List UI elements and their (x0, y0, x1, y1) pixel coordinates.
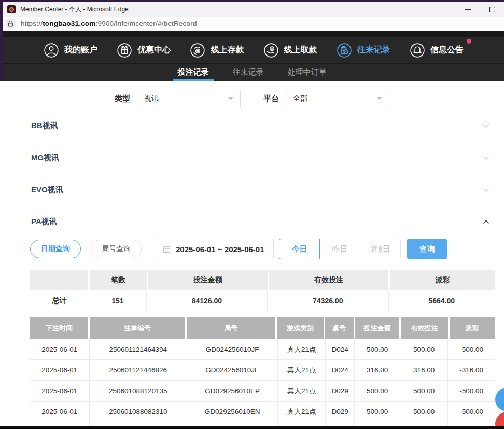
round-query-button[interactable]: 局号查询 (91, 240, 142, 258)
table-header-cell: 桌号 (325, 317, 354, 339)
nav-item-promotions[interactable]: 优惠中心 (117, 43, 171, 58)
type-select[interactable]: 视讯 (137, 89, 241, 108)
last8days-button[interactable]: 近8日 (360, 239, 401, 259)
nav-item-label: 线上存款 (211, 45, 244, 56)
date-range-value: 2025-06-01 ~ 2025-06-01 (176, 245, 264, 254)
quick-range-group: 今日 昨日 近8日 (279, 239, 401, 259)
user-icon (44, 43, 59, 58)
cell-payout: -500.00 (448, 381, 495, 401)
cell-game-type: 真人21点 (278, 402, 325, 422)
site-favicon (7, 5, 16, 13)
platform-label: 平台 (263, 94, 279, 104)
summary-cell: 74326.00 (268, 290, 389, 311)
summary-cell: 84126.00 (147, 290, 268, 311)
main-navigation: 我的账户 优惠中心 线上存款 线上取款 往来记录 信息公告 (0, 37, 504, 63)
cell-valid-bet: 500.00 (400, 339, 448, 359)
cell-bet-id: 250601121464394 (90, 339, 187, 359)
today-button[interactable]: 今日 (279, 239, 320, 259)
nav-item-announcements[interactable]: 信息公告 (410, 43, 464, 58)
cell-game-type: 真人21点 (278, 339, 325, 359)
minimize-button[interactable] (456, 2, 480, 17)
filter-platform: 平台 全部 (263, 89, 389, 108)
section-title: EVO视讯 (31, 185, 63, 195)
yesterday-button[interactable]: 昨日 (319, 239, 360, 259)
section-title: PA视讯 (31, 217, 57, 227)
section-pa[interactable]: PA视讯 (31, 206, 491, 237)
cell-game-type: 真人21点 (278, 360, 325, 380)
tab-bet-record[interactable]: 投注记录 (176, 64, 211, 81)
summary-cell: 5664.00 (389, 290, 495, 311)
cell-bet-amount: 500.00 (355, 381, 400, 401)
filter-row: 类型 视讯 平台 全部 (0, 88, 504, 109)
url-path: :9900/infe/mcenter/#/betRecord (96, 20, 197, 27)
tab-label: 投注记录 (178, 67, 209, 77)
search-button[interactable]: 查询 (407, 239, 447, 259)
summary-cell: 总计 (30, 290, 89, 311)
provider-sections: BB视讯 MG视讯 EVO视讯 PA视讯 日期查询 局号查询 (31, 110, 491, 259)
type-select-value: 视讯 (144, 94, 159, 103)
cell-bet-time: 2025-06-01 (30, 402, 90, 422)
cell-round-id: GD024256010JE (187, 360, 278, 380)
nav-item-label: 线上取款 (284, 45, 317, 56)
notification-dot (467, 39, 471, 44)
type-label: 类型 (115, 94, 130, 104)
summary-table: 笔数 投注金额 有效投注 派彩 总计 151 84126.00 74326.00… (30, 270, 495, 311)
summary-header-cell: 投注金额 (148, 270, 268, 290)
tab-transaction-record[interactable]: 往来记录 (231, 64, 265, 81)
summary-header-cell: 派彩 (390, 270, 495, 290)
cell-round-id: GD029256010EP (187, 381, 278, 401)
table-row: 2025-06-01 250601088120135 GD029256010EP… (30, 381, 495, 402)
withdraw-icon (263, 43, 279, 58)
summary-header-cell (30, 270, 88, 290)
chevron-down-icon (482, 121, 491, 130)
section-mg[interactable]: MG视讯 (31, 142, 491, 174)
calendar-icon (163, 245, 171, 253)
section-bb[interactable]: BB视讯 (31, 110, 491, 142)
cell-valid-bet: 316.00 (400, 360, 448, 380)
maximize-button[interactable] (480, 2, 504, 17)
nav-item-label: 优惠中心 (137, 45, 171, 56)
cell-valid-bet: 500.00 (400, 402, 448, 422)
cell-game-type: 真人21点 (278, 381, 325, 401)
nav-item-my-account[interactable]: 我的账户 (44, 43, 97, 58)
section-title: BB视讯 (31, 121, 58, 131)
cell-bet-id: 250601088120135 (90, 381, 187, 401)
url-text[interactable]: https://tongbao31.com:9900/infe/mcenter/… (21, 20, 197, 27)
lock-icon[interactable] (5, 18, 16, 29)
cell-round-id: GD024256010JF (187, 339, 278, 359)
table-header-cell: 有效投注 (401, 317, 447, 339)
chevron-down-icon (228, 97, 233, 100)
cell-bet-id: 250601121446826 (90, 360, 187, 380)
platform-select[interactable]: 全部 (286, 89, 389, 108)
summary-header-cell: 笔数 (90, 270, 147, 290)
nav-item-deposit[interactable]: 线上存款 (190, 43, 244, 58)
bell-icon (410, 43, 425, 58)
url-scheme: https:// (21, 20, 43, 27)
cell-bet-id: 250601088082310 (90, 402, 187, 422)
nav-item-withdraw[interactable]: 线上取款 (263, 43, 317, 58)
table-row: 2025-06-01 250601121464394 GD024256010JF… (30, 339, 495, 360)
pa-toolbar: 日期查询 局号查询 2025-06-01 ~ 2025-06-01 今日 昨日 … (30, 239, 491, 259)
address-bar[interactable]: https://tongbao31.com:9900/infe/mcenter/… (0, 17, 504, 31)
cell-table-no: D029 (326, 381, 355, 401)
table-row: 2025-06-01 250601088082310 GD029256010EN… (30, 402, 495, 422)
tab-pending-orders[interactable]: 处理中订单 (286, 64, 328, 81)
nav-item-records[interactable]: 往来记录 (337, 43, 390, 58)
platform-select-value: 全部 (293, 94, 307, 103)
filter-type: 类型 视讯 (115, 89, 241, 108)
maximize-icon (489, 7, 495, 12)
date-query-button[interactable]: 日期查询 (30, 240, 81, 258)
chevron-up-icon (482, 217, 491, 226)
cell-table-no: D024 (326, 360, 355, 380)
minimize-icon (465, 9, 471, 10)
cell-table-no: D029 (326, 402, 355, 422)
cell-bet-amount: 500.00 (355, 402, 400, 422)
section-title: MG视讯 (31, 153, 59, 163)
cell-valid-bet: 500.00 (400, 381, 448, 401)
gift-icon (117, 43, 132, 58)
summary-total-row: 总计 151 84126.00 74326.00 5664.00 (30, 290, 495, 311)
summary-header-row: 笔数 投注金额 有效投注 派彩 (30, 270, 495, 290)
deposit-icon (190, 43, 205, 58)
date-range-picker[interactable]: 2025-06-01 ~ 2025-06-01 (156, 239, 274, 259)
section-evo[interactable]: EVO视讯 (31, 174, 491, 206)
